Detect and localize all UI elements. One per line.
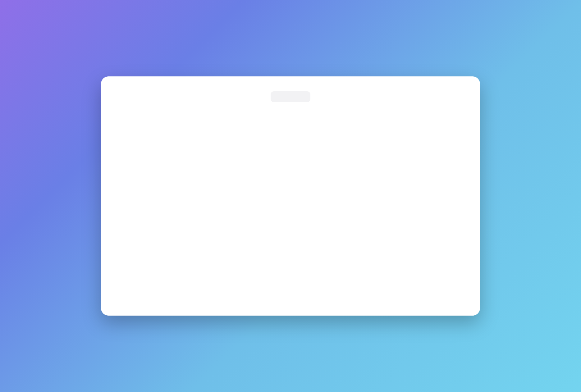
legend bbox=[271, 91, 310, 102]
legend-item-low bbox=[296, 94, 304, 99]
trendline bbox=[101, 76, 480, 316]
chart-card bbox=[101, 76, 480, 316]
legend-dot-icon bbox=[277, 94, 282, 99]
scatter-plot bbox=[101, 76, 480, 316]
legend-item-high bbox=[277, 94, 285, 99]
gradient-background bbox=[0, 0, 581, 392]
legend-dot-icon bbox=[296, 94, 300, 99]
